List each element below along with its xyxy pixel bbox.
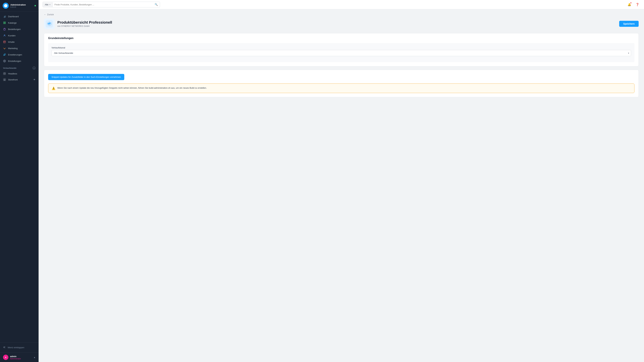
sidebar-item-kunden[interactable]: Kunden xyxy=(0,32,38,39)
svg-point-1 xyxy=(4,16,5,17)
page-header: Produktübersicht Professionell von SYNER… xyxy=(44,18,639,29)
add-channel-button[interactable]: + xyxy=(32,66,36,69)
app-logo xyxy=(3,3,9,9)
verkaufskanal-group: Verkaufskanal Alle Verkaufskanäle ▾ xyxy=(52,46,631,56)
snippet-section: Snippet-Updates für Zusatzfelder in den … xyxy=(44,70,639,97)
snippet-update-button[interactable]: Snippet-Updates für Zusatzfelder in den … xyxy=(48,74,124,80)
svg-rect-5 xyxy=(5,23,6,24)
storefront-visibility-icon[interactable]: 👁 xyxy=(33,78,36,81)
warning-icon: ⚠️ xyxy=(52,86,55,90)
sidebar-item-headless[interactable]: Headless xyxy=(0,70,38,77)
kataloge-icon xyxy=(3,21,6,24)
sidebar-item-label: Kataloge xyxy=(8,22,16,24)
app-info: Administration 6.6.6.0 xyxy=(10,3,33,8)
search-category-label: Alle xyxy=(45,3,48,6)
back-link[interactable]: ← Zurück xyxy=(44,13,639,16)
search-input[interactable] xyxy=(52,2,152,7)
search-bar: Alle ▾ 🔍 xyxy=(42,2,160,7)
online-indicator xyxy=(34,5,36,6)
sidebar-item-erweiterungen[interactable]: Erweiterungen xyxy=(0,51,38,58)
sidebar-bottom: Menü einklappen xyxy=(0,343,38,353)
sidebar-item-label: Erweiterungen xyxy=(8,53,22,56)
app-version: 6.6.6.0 xyxy=(10,6,33,8)
sidebar-item-kataloge[interactable]: Kataloge xyxy=(0,19,38,26)
sidebar-nav: Dashboard Kataloge Bestellungen Kunden I… xyxy=(0,11,38,343)
user-info: admin Administrator xyxy=(10,355,32,360)
svg-rect-8 xyxy=(4,41,6,43)
topbar-actions: 🔔 ❓ xyxy=(626,2,640,7)
sidebar-item-storefront[interactable]: Storefront 👁 xyxy=(0,77,38,83)
svg-rect-2 xyxy=(4,22,4,23)
warning-box: ⚠️ Wenn Sie nach einem Update die neu hi… xyxy=(48,83,634,93)
sidebar-item-einstellungen[interactable]: Einstellungen xyxy=(0,58,38,64)
erweiterungen-icon xyxy=(3,53,6,56)
svg-rect-6 xyxy=(4,28,5,29)
kunden-icon xyxy=(3,34,6,37)
collapse-label: Menü einklappen xyxy=(8,346,24,349)
bestellungen-icon xyxy=(3,28,6,31)
user-name: admin xyxy=(10,355,32,358)
back-arrow-icon: ← xyxy=(44,13,46,16)
channel-label: Storefront xyxy=(8,78,18,81)
sidebar-header: Administration 6.6.6.0 xyxy=(0,0,38,11)
headless-icon xyxy=(3,72,6,75)
channel-label: Headless xyxy=(8,72,17,75)
grundeinstellungen-body: Verkaufskanal Alle Verkaufskanäle ▾ xyxy=(48,43,634,62)
save-button[interactable]: Speichern xyxy=(619,21,639,27)
search-category-dropdown[interactable]: Alle ▾ xyxy=(43,2,52,7)
inhalte-icon xyxy=(3,40,6,43)
help-button[interactable]: ❓ xyxy=(634,2,640,7)
main-area: Alle ▾ 🔍 🔔 ❓ ← Zurück xyxy=(38,0,644,362)
plugin-logo xyxy=(44,18,55,29)
storefront-icon xyxy=(3,78,6,81)
einstellungen-icon xyxy=(3,59,6,62)
sidebar-item-dashboard[interactable]: Dashboard xyxy=(0,13,38,19)
plugin-author: von SYNERGY NETWORKS GmbH xyxy=(57,25,616,27)
sidebar-item-label: Bestellungen xyxy=(8,28,21,30)
app-name: Administration xyxy=(10,3,33,6)
notification-badge xyxy=(630,2,632,3)
svg-rect-3 xyxy=(5,22,6,23)
sidebar-item-label: Kunden xyxy=(8,34,16,37)
page-content: ← Zurück Produktübersicht Professionell … xyxy=(38,9,644,362)
search-submit-button[interactable]: 🔍 xyxy=(152,2,160,7)
plugin-title: Produktübersicht Professionell xyxy=(57,20,616,25)
collapse-icon xyxy=(3,346,6,349)
marketing-icon xyxy=(3,47,6,50)
warning-text: Wenn Sie nach einem Update die neu hinzu… xyxy=(57,86,207,90)
topbar: Alle ▾ 🔍 🔔 ❓ xyxy=(38,0,644,9)
card-title: Grundeinstellungen xyxy=(48,37,634,40)
back-label: Zurück xyxy=(47,13,54,16)
card-header: Grundeinstellungen xyxy=(44,33,638,40)
sidebar: Administration 6.6.6.0 Dashboard Katalog… xyxy=(0,0,38,362)
verkaufskanal-label: Verkaufskanal xyxy=(52,46,631,49)
svg-point-9 xyxy=(4,61,5,61)
notifications-button[interactable]: 🔔 xyxy=(626,2,632,7)
sidebar-item-label: Inhalte xyxy=(8,41,14,43)
user-role: Administrator xyxy=(10,358,32,360)
plugin-info: Produktübersicht Professionell von SYNER… xyxy=(57,20,616,27)
collapse-menu-button[interactable]: Menü einklappen xyxy=(0,344,38,351)
svg-rect-10 xyxy=(4,73,5,74)
svg-point-7 xyxy=(4,35,5,35)
sidebar-user[interactable]: A admin Administrator ▲ xyxy=(0,353,38,362)
sidebar-item-marketing[interactable]: Marketing xyxy=(0,45,38,51)
verkaufskanal-select[interactable]: Alle Verkaufskanäle xyxy=(52,50,631,56)
user-chevron-icon: ▲ xyxy=(34,356,36,359)
sidebar-item-inhalte[interactable]: Inhalte xyxy=(0,39,38,45)
dashboard-icon xyxy=(3,15,6,18)
user-avatar: A xyxy=(3,355,8,360)
sidebar-item-label: Marketing xyxy=(8,47,18,50)
sidebar-item-bestellungen[interactable]: Bestellungen xyxy=(0,26,38,32)
svg-rect-4 xyxy=(4,23,4,24)
sidebar-item-label: Einstellungen xyxy=(8,60,21,62)
sidebar-item-label: Dashboard xyxy=(8,15,19,18)
section-label: Verkaufskanäle xyxy=(3,67,16,69)
grundeinstellungen-card: Grundeinstellungen Verkaufskanal Alle Ve… xyxy=(44,33,639,66)
chevron-down-icon: ▾ xyxy=(50,4,50,5)
verkaufskanal-select-wrapper: Alle Verkaufskanäle ▾ xyxy=(52,50,631,56)
sidebar-section-verkaufskanaele: Verkaufskanäle + xyxy=(0,64,38,70)
